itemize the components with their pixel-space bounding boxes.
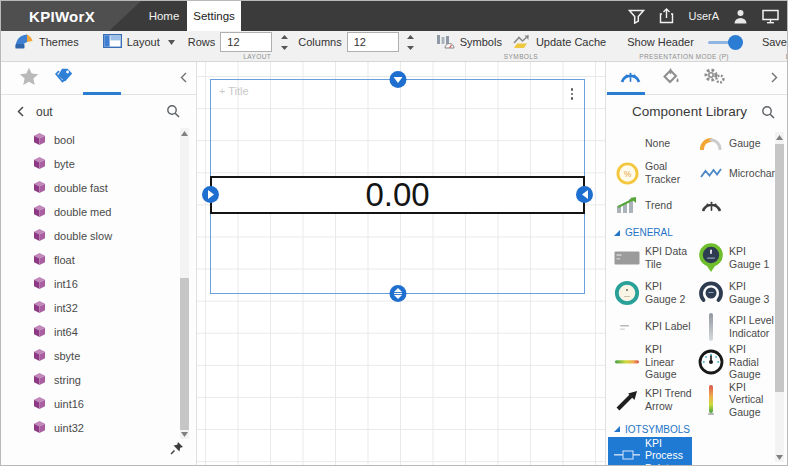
tag-item[interactable]: bool (1, 128, 196, 152)
tab-home[interactable]: Home (141, 1, 187, 31)
tag-item[interactable]: double med (1, 200, 196, 224)
paint-bucket-icon (662, 68, 680, 88)
collapse-left-panel-icon[interactable] (180, 72, 187, 83)
settings-gear-tab[interactable] (702, 62, 726, 94)
tag-item[interactable]: sbyte (1, 344, 196, 368)
kpi-gauge-1-icon (698, 243, 724, 273)
tag-label: double slow (54, 230, 112, 242)
show-header-toggle[interactable] (708, 35, 743, 50)
topbar: KPIWorX Home Settings UserA (1, 1, 787, 31)
tag-label: double med (54, 206, 112, 218)
tag-item[interactable]: float (1, 248, 196, 272)
scroll-down-icon[interactable] (776, 454, 783, 460)
tag-item[interactable]: int16 (1, 272, 196, 296)
tag-item[interactable]: int64 (1, 320, 196, 344)
component-item-kpi-data-tile[interactable]: KPI Data Tile (608, 240, 692, 275)
process-point-value[interactable]: 0.00 (210, 176, 585, 214)
component-item-trend[interactable]: Trend (608, 188, 692, 222)
tag-item[interactable]: double fast (1, 176, 196, 200)
widget-handle-bottom[interactable] (389, 285, 406, 302)
tags-tab[interactable] (53, 62, 74, 94)
scroll-up-icon[interactable] (181, 130, 188, 136)
tag-item[interactable]: int32 (1, 296, 196, 320)
widget-menu-icon[interactable] (569, 86, 576, 102)
kpi-linear-gauge-icon (614, 358, 640, 366)
favorites-tab[interactable] (19, 62, 39, 94)
columns-input[interactable] (347, 32, 399, 52)
toggle-knob (728, 35, 743, 50)
widget-handle-left[interactable] (202, 186, 219, 203)
tag-item[interactable]: uint32 (1, 416, 196, 439)
component-label: Gauge (729, 137, 761, 150)
themes-button[interactable]: Themes (8, 30, 84, 54)
component-list: None Gauge % Goal Tracker (608, 128, 771, 465)
styles-tab[interactable] (662, 62, 680, 94)
update-cache-icon (512, 34, 531, 51)
section-general[interactable]: GENERAL (608, 222, 771, 240)
tag-label: float (54, 254, 75, 266)
component-item-kpi-level-indicator[interactable]: KPI Level Indicator (692, 310, 776, 343)
component-item-gauge-dark[interactable] (692, 188, 776, 222)
update-cache-button[interactable]: Update Cache (507, 32, 611, 53)
component-item-goal-tracker[interactable]: % Goal Tracker (608, 158, 692, 188)
rows-increment-button[interactable] (278, 33, 290, 41)
save-as-default-button[interactable]: Save As Default (757, 34, 788, 50)
tag-item[interactable]: uint16 (1, 392, 196, 416)
kpi-widget[interactable]: + Title 0.00 (210, 79, 585, 294)
search-icon[interactable] (166, 104, 180, 122)
component-item-gauge[interactable]: Gauge (692, 128, 776, 158)
share-icon[interactable] (659, 8, 674, 24)
components-tab[interactable] (619, 62, 642, 94)
save-as-default-label: Save As Default (762, 36, 788, 48)
symbols-button[interactable]: Symbols (431, 32, 507, 53)
tag-item[interactable]: byte (1, 152, 196, 176)
dashboard-canvas[interactable]: + Title 0.00 (197, 62, 605, 465)
columns-increment-button[interactable] (405, 33, 417, 41)
pin-panel-icon[interactable] (170, 441, 184, 459)
component-item-kpi-process-point[interactable]: KPI Process Point (608, 437, 692, 466)
tag-list-scrollbar[interactable] (180, 128, 189, 439)
component-item-kpi-gauge-3[interactable]: KPI Gauge 3 (692, 275, 776, 310)
widget-title-placeholder[interactable]: + Title (219, 85, 249, 97)
widget-handle-right[interactable] (576, 186, 593, 203)
scroll-up-icon[interactable] (776, 134, 783, 140)
tag-item[interactable]: double slow (1, 224, 196, 248)
presentation-icon[interactable] (762, 9, 779, 24)
tag-label: double fast (54, 182, 108, 194)
scroll-down-icon[interactable] (181, 431, 188, 437)
component-item-kpi-linear-gauge[interactable]: KPI Linear Gauge (608, 343, 692, 381)
component-search-icon[interactable] (761, 105, 775, 122)
tab-settings[interactable]: Settings (187, 1, 241, 31)
columns-decrement-button[interactable] (405, 44, 417, 52)
trend-icon (614, 196, 640, 214)
layout-button[interactable]: Layout (98, 32, 180, 52)
component-item-kpi-radial-gauge[interactable]: KPI Radial Gauge (692, 343, 776, 381)
component-label: KPI Gauge 1 (729, 245, 776, 270)
cube-icon (34, 133, 45, 147)
component-item-microchart[interactable]: Microchart (692, 158, 776, 188)
component-item-none[interactable]: None (608, 128, 692, 158)
widget-handle-top[interactable] (389, 71, 406, 88)
component-item-kpi-vertical-gauge[interactable]: KPI Vertical Gauge (692, 381, 776, 419)
component-list-scrollbar[interactable] (775, 132, 784, 462)
tag-list: bool byte double fast double med double … (1, 128, 196, 439)
rows-decrement-button[interactable] (278, 44, 290, 52)
component-item-kpi-gauge-2[interactable]: KPI Gauge 2 (608, 275, 692, 310)
app-logo-text: KPIWorX (29, 8, 95, 25)
component-item-kpi-gauge-1[interactable]: KPI Gauge 1 (692, 240, 776, 275)
scrollbar-thumb[interactable] (180, 278, 189, 430)
tag-item[interactable]: string (1, 368, 196, 392)
filter-icon[interactable] (628, 9, 645, 24)
component-row: KPI Linear Gauge KPI Radial Gauge (608, 343, 771, 381)
expand-right-panel-icon[interactable] (771, 72, 778, 83)
rows-input[interactable] (220, 32, 272, 52)
user-name[interactable]: UserA (688, 10, 719, 22)
section-iotsymbols[interactable]: IOTSYMBOLS (608, 419, 771, 437)
left-panel-tabs (1, 62, 196, 95)
component-item-kpi-label[interactable]: KPI Label (608, 310, 692, 343)
user-icon[interactable] (733, 9, 748, 24)
layout-group-label: LAYOUT (91, 53, 424, 60)
back-icon[interactable] (17, 106, 24, 117)
scrollbar-thumb[interactable] (775, 144, 784, 392)
component-item-kpi-trend-arrow[interactable]: KPI Trend Arrow (608, 381, 692, 419)
